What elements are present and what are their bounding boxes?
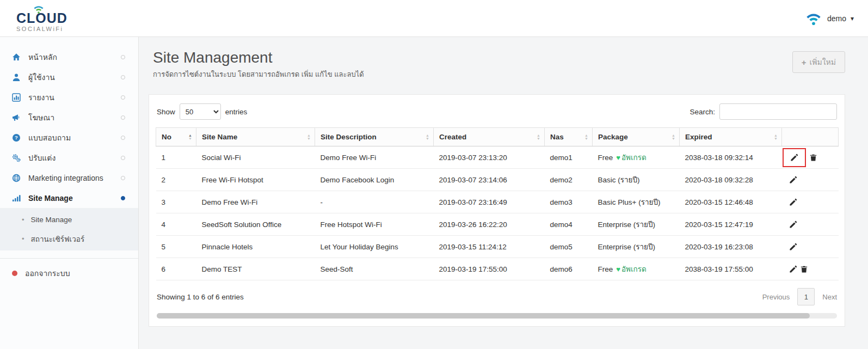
sidebar-item-ads[interactable]: โฆษณา [0, 107, 138, 127]
cell-nas: demo2 [545, 169, 593, 191]
pagination: Previous 1 Next [762, 288, 837, 305]
delete-button[interactable] [808, 152, 818, 163]
home-icon [12, 52, 22, 62]
cell-created: 2019-03-07 23:13:20 [434, 146, 545, 169]
cell-no: 2 [156, 169, 196, 191]
sidebar-item-label: ผู้ใช้งาน [28, 71, 55, 83]
cell-site-name: Social Wi-Fi [196, 146, 315, 169]
table-row: 5 Pinnacle Hotels Let Your Holiday Begin… [156, 236, 839, 258]
cell-expired: 2020-03-19 16:23:08 [680, 236, 782, 258]
cell-expired: 2038-03-19 17:55:00 [680, 258, 782, 280]
sidebar-item-site-manage[interactable]: Site Manage [0, 188, 138, 208]
cell-expired: 2020-03-15 12:47:19 [680, 213, 782, 236]
sort-icon: ▲▼ [307, 134, 311, 140]
sidebar-item-label: Marketing integrations [28, 174, 103, 182]
column-header-no[interactable]: No▲▼ [156, 128, 196, 146]
edit-button[interactable] [787, 264, 799, 274]
pagination-previous[interactable]: Previous [762, 293, 790, 301]
user-menu[interactable]: demo ▾ [804, 11, 854, 26]
status-dot-active [121, 196, 125, 200]
edit-button[interactable] [787, 197, 799, 207]
cell-nas: demo5 [545, 236, 593, 258]
sidebar-subitem-server-status[interactable]: • สถานะเซิร์ฟเวอร์ [0, 229, 138, 248]
status-dot [121, 115, 125, 120]
cell-actions [782, 258, 839, 280]
cell-nas: demo4 [545, 213, 593, 236]
sort-icon: ▲▼ [774, 134, 778, 140]
cell-created: 2019-03-26 16:22:20 [434, 213, 545, 236]
column-header-package[interactable]: Package▲▼ [593, 128, 680, 146]
question-icon: ? [12, 133, 22, 143]
cell-created: 2019-03-07 23:16:49 [434, 191, 545, 213]
logo-text-primary: CLOUD [16, 11, 67, 25]
cell-description: Let Your Holiday Begins [315, 236, 434, 258]
search-input[interactable] [719, 103, 837, 120]
cell-no: 5 [156, 236, 196, 258]
heart-icon: ♥ [616, 265, 620, 273]
top-header: CLOUD SOCIALWiFi demo ▾ [0, 0, 868, 37]
sidebar-item-survey[interactable]: ? แบบสอบถาม [0, 127, 138, 148]
sidebar-item-label: รายงาน [28, 91, 54, 103]
sidebar-item-label: ปรับแต่ง [28, 152, 56, 164]
svg-text:?: ? [15, 134, 18, 140]
sidebar-subitem-site-manage[interactable]: • Site Manage [0, 210, 138, 229]
chevron-down-icon: ▾ [851, 15, 854, 22]
horizontal-scrollbar-track[interactable] [157, 313, 837, 319]
globe-icon [12, 173, 22, 183]
page-subtitle: การจัดการไซต์งานในระบบ โดยสามารถอัพเกรด … [153, 69, 364, 80]
cell-description: Demo Free Wi-Fi [315, 146, 434, 169]
sidebar-item-label: Site Manage [28, 194, 73, 203]
status-dot [121, 95, 125, 100]
sidebar-item-logout[interactable]: ออกจากระบบ [0, 267, 138, 279]
pagination-next[interactable]: Next [822, 293, 837, 301]
heart-icon: ♥ [616, 154, 620, 162]
logout-label: ออกจากระบบ [25, 267, 70, 279]
sidebar-submenu: • Site Manage • สถานะเซิร์ฟเวอร์ [0, 208, 138, 250]
table-row: 3 Demo Free Wi-Fi - 2019-03-07 23:16:49 … [156, 191, 839, 213]
gears-icon [12, 153, 22, 163]
column-header-actions [782, 128, 839, 146]
cell-site-name: Demo Free Wi-Fi [196, 191, 315, 213]
package-name: Basic Plus+ (รายปี) [598, 198, 661, 206]
megaphone-icon [12, 113, 22, 123]
package-name: Free [598, 265, 613, 273]
cell-created: 2019-03-19 17:55:00 [434, 258, 545, 280]
sort-icon: ▲▼ [584, 134, 588, 140]
edit-button[interactable] [787, 242, 799, 252]
cell-package: Enterprise (รายปี)♥ [593, 236, 680, 258]
table-row: 6 Demo TEST Seed-Soft 2019-03-19 17:55:0… [156, 258, 839, 280]
pagination-page-1[interactable]: 1 [797, 288, 815, 305]
add-new-button[interactable]: + เพิ่มใหม่ [792, 51, 845, 73]
sidebar-item-home[interactable]: หน้าหลัก [0, 47, 138, 67]
horizontal-scrollbar-thumb[interactable] [157, 313, 810, 319]
sidebar-item-reports[interactable]: รายงาน [0, 87, 138, 107]
column-header-site-name[interactable]: Site Name▲▼ [196, 128, 315, 146]
column-header-nas[interactable]: Nas▲▼ [545, 128, 593, 146]
column-header-created[interactable]: Created▲▼ [434, 128, 545, 146]
column-header-expired[interactable]: Expired▲▼ [680, 128, 782, 146]
package-name: Free [598, 154, 613, 162]
sidebar-subitem-label: สถานะเซิร์ฟเวอร์ [31, 233, 85, 245]
edit-button[interactable] [789, 152, 800, 163]
cell-nas: demo6 [545, 258, 593, 280]
sidebar-item-users[interactable]: ผู้ใช้งาน [0, 67, 138, 87]
upgrade-link[interactable]: อัพเกรด [621, 154, 647, 162]
cell-no: 1 [156, 146, 196, 169]
sidebar: หน้าหลัก ผู้ใช้งาน รายงาน โฆษณา [0, 37, 139, 349]
sort-icon: ▲▼ [426, 134, 429, 140]
status-dot [121, 55, 125, 59]
logout-dot-icon [12, 271, 17, 276]
upgrade-link[interactable]: อัพเกรด [621, 265, 647, 273]
column-header-site-description[interactable]: Site Description▲▼ [315, 128, 434, 146]
page-size-select[interactable]: 50 [180, 103, 221, 120]
sidebar-divider [0, 258, 138, 259]
package-name: Enterprise (รายปี) [598, 221, 656, 229]
wifi-status-icon [804, 11, 823, 26]
cell-no: 6 [156, 258, 196, 280]
delete-button[interactable] [799, 264, 809, 274]
edit-button[interactable] [787, 219, 799, 230]
cell-site-name: SeedSoft Solution Office [196, 213, 315, 236]
edit-button[interactable] [787, 175, 799, 185]
sidebar-item-marketing-integrations[interactable]: Marketing integrations [0, 168, 138, 188]
sidebar-item-customize[interactable]: ปรับแต่ง [0, 148, 138, 168]
